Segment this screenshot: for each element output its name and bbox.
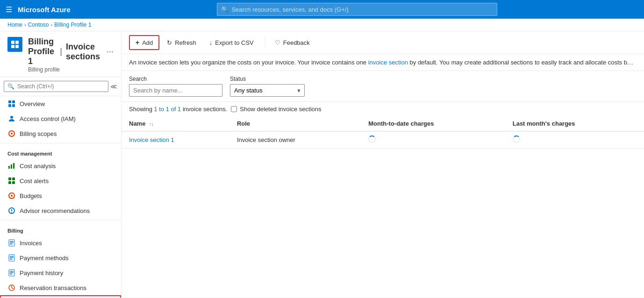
- breadcrumb-billing-profile[interactable]: Billing Profile 1: [54, 21, 91, 28]
- toolbar: + Add ↻ Refresh ↓ Export to CSV ♡ Feedba…: [122, 31, 644, 54]
- sidebar-item-access-control[interactable]: Access control (IAM): [0, 111, 121, 126]
- global-search-input[interactable]: [231, 6, 493, 13]
- add-button[interactable]: + Add: [129, 35, 159, 50]
- loading-spinner-month: [368, 135, 376, 143]
- showing-row: Showing 1 to 1 of 1 invoice sections. Sh…: [122, 102, 644, 116]
- sidebar-search-container: 🔍 ≪: [0, 77, 121, 96]
- svg-rect-0: [11, 41, 14, 44]
- svg-point-19: [11, 195, 13, 197]
- chart-icon: [7, 162, 16, 170]
- svg-rect-1: [15, 41, 19, 44]
- sidebar-item-label: Advisor recommendations: [20, 207, 90, 214]
- sidebar-item-advisor[interactable]: Advisor recommendations: [0, 203, 121, 218]
- svg-rect-26: [10, 244, 12, 245]
- breadcrumb-home[interactable]: Home: [7, 21, 22, 28]
- refresh-icon: ↻: [167, 39, 172, 46]
- search-filter-group: Search: [129, 76, 222, 97]
- sidebar-item-label: Overview: [20, 100, 45, 107]
- status-select-wrap[interactable]: Any status Active Deleted ▼: [230, 84, 305, 97]
- table-header-row: Name ↑↓ Role Month-to-date charges Last …: [122, 116, 644, 131]
- sidebar-nav: Overview Access control (IAM): [0, 96, 121, 298]
- showing-text: Showing 1 to 1 of 1 invoice sections.: [129, 106, 227, 113]
- invoice-icon: [7, 239, 16, 247]
- feedback-button[interactable]: ♡ Feedback: [269, 36, 315, 49]
- page-icon: [7, 37, 22, 52]
- showing-link[interactable]: 1 to 1 of 1: [154, 106, 181, 113]
- budget-icon: [7, 192, 16, 200]
- invoice-section-link[interactable]: Invoice section 1: [129, 136, 174, 143]
- svg-point-22: [11, 212, 12, 213]
- sidebar-item-payment-methods[interactable]: Payment methods: [0, 250, 121, 265]
- page-title: Billing Profile 1 | Invoice sections ···: [28, 37, 114, 66]
- sidebar-search-input[interactable]: [4, 81, 108, 92]
- sidebar-item-cost-analysis[interactable]: Cost analysis: [0, 158, 121, 173]
- export-button[interactable]: ↓ Export to CSV: [204, 36, 259, 49]
- sidebar-item-cost-alerts[interactable]: Cost alerts: [0, 173, 121, 188]
- svg-rect-25: [10, 242, 14, 243]
- main-content: + Add ↻ Refresh ↓ Export to CSV ♡ Feedba…: [122, 31, 644, 298]
- invoice-sections-table: Name ↑↓ Role Month-to-date charges Last …: [122, 116, 644, 149]
- sort-name-icon[interactable]: ↑↓: [149, 121, 154, 127]
- breadcrumb-sep-2: ›: [50, 22, 52, 28]
- reservation-icon: [7, 284, 16, 292]
- svg-rect-6: [8, 104, 11, 107]
- show-deleted-label[interactable]: Show deleted invoice sections: [240, 106, 321, 113]
- sidebar-item-billing-scopes[interactable]: Billing scopes: [0, 126, 121, 141]
- refresh-button[interactable]: ↻ Refresh: [161, 36, 202, 49]
- sidebar-item-payment-history[interactable]: Payment history: [0, 265, 121, 280]
- sidebar-item-label: Budgets: [20, 192, 42, 199]
- advisor-icon: [7, 206, 16, 215]
- person-icon: [7, 114, 16, 123]
- breadcrumb-contoso[interactable]: Contoso: [28, 21, 49, 28]
- page-header: Billing Profile 1 | Invoice sections ···…: [0, 31, 121, 77]
- global-search-container[interactable]: 🔍: [217, 3, 497, 16]
- toolbar-divider: [265, 37, 265, 48]
- sidebar-item-invoice-sections[interactable]: Invoice sections: [0, 295, 121, 298]
- sidebar-item-reservation-transactions[interactable]: Reservation transactions: [0, 280, 121, 295]
- loading-spinner-last-month: [513, 135, 520, 143]
- invoice-section-link[interactable]: invoice section: [368, 59, 408, 66]
- show-deleted-checkbox[interactable]: [231, 106, 237, 112]
- resource-type: Billing profile: [28, 66, 114, 73]
- sidebar-search-icon: 🔍: [7, 83, 14, 90]
- chevron-down-icon: ▼: [293, 88, 304, 93]
- sidebar-item-label: Reservation transactions: [20, 284, 86, 291]
- sidebar-collapse-button[interactable]: ≪: [110, 83, 117, 90]
- breadcrumb: Home › Contoso › Billing Profile 1: [0, 19, 644, 31]
- status-filter-label: Status: [230, 76, 305, 82]
- sidebar-item-invoices[interactable]: Invoices: [0, 235, 121, 250]
- column-last-month-charges: Last month's charges: [505, 116, 644, 131]
- sidebar-item-overview[interactable]: Overview: [0, 96, 121, 111]
- svg-rect-11: [8, 166, 10, 169]
- svg-rect-3: [15, 45, 19, 48]
- svg-rect-2: [11, 45, 14, 48]
- svg-rect-28: [10, 256, 14, 257]
- alert-icon: [7, 177, 16, 185]
- sidebar-item-label: Invoices: [20, 240, 42, 247]
- sidebar-item-label: Payment methods: [20, 255, 69, 262]
- sidebar-item-label: Cost alerts: [20, 177, 49, 184]
- svg-rect-17: [12, 181, 15, 184]
- svg-rect-30: [10, 259, 12, 260]
- more-options-icon[interactable]: ···: [107, 47, 114, 57]
- description-text: An invoice section lets you organize the…: [129, 59, 644, 66]
- sidebar-item-label: Payment history: [20, 270, 63, 277]
- topbar: ☰ Microsoft Azure 🔍: [0, 0, 644, 19]
- column-name: Name ↑↓: [122, 116, 229, 131]
- status-filter-group: Status Any status Active Deleted ▼: [230, 76, 305, 97]
- svg-point-8: [10, 116, 13, 119]
- cell-month-charges: [361, 131, 505, 149]
- svg-rect-13: [13, 163, 14, 169]
- sidebar-item-budgets[interactable]: Budgets: [0, 188, 121, 203]
- svg-rect-14: [8, 177, 11, 180]
- plus-icon: +: [136, 39, 139, 46]
- svg-rect-15: [12, 177, 15, 180]
- cell-role: Invoice section owner: [229, 131, 361, 149]
- name-search-input[interactable]: [129, 84, 222, 97]
- hamburger-icon[interactable]: ☰: [6, 5, 12, 14]
- status-select[interactable]: Any status Active Deleted: [230, 85, 293, 96]
- svg-rect-32: [10, 271, 14, 272]
- scope-icon: [7, 129, 16, 138]
- table-row: Invoice section 1 Invoice section owner: [122, 131, 644, 149]
- show-deleted-container: Show deleted invoice sections: [231, 106, 321, 113]
